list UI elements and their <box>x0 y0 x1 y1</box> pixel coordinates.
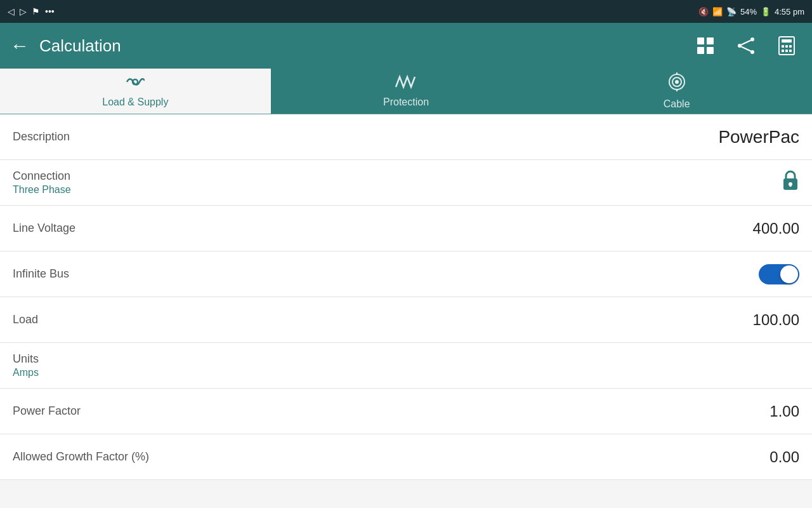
tab-load-supply[interactable]: Load & Supply <box>0 69 271 114</box>
target-icon <box>667 72 686 96</box>
infinite-bus-label: Infinite Bus <box>13 267 69 281</box>
svg-rect-2 <box>697 47 704 54</box>
svg-line-8 <box>742 47 751 51</box>
back-button[interactable]: ← <box>10 35 29 57</box>
description-value: PowerPac <box>718 127 799 147</box>
load-label: Load <box>13 313 38 326</box>
svg-point-17 <box>133 79 138 84</box>
connection-right <box>782 170 799 196</box>
power-factor-label: Power Factor <box>13 404 81 418</box>
line-voltage-right: 400.00 <box>753 220 799 237</box>
tab-load-supply-label: Load & Supply <box>102 97 168 108</box>
allowed-growth-left: Allowed Growth Factor (%) <box>13 450 149 464</box>
battery-icon: 🔋 <box>761 7 771 17</box>
power-factor-left: Power Factor <box>13 404 81 418</box>
connection-sublabel: Three Phase <box>13 184 71 196</box>
tab-bar: Load & Supply Protection Cable <box>0 69 812 114</box>
connection-row[interactable]: Connection Three Phase <box>0 160 812 206</box>
flag-icon: ⚑ <box>32 6 40 17</box>
units-row[interactable]: Units Amps <box>0 343 812 389</box>
page-title: Calculation <box>39 36 680 56</box>
svg-point-4 <box>750 37 754 41</box>
svg-rect-14 <box>782 50 784 52</box>
signal-icon: 📡 <box>726 7 737 17</box>
connection-left: Connection Three Phase <box>13 170 71 196</box>
tab-protection-label: Protection <box>383 97 429 108</box>
svg-point-20 <box>676 81 678 83</box>
allowed-growth-right: 0.00 <box>769 448 799 466</box>
load-row[interactable]: Load 100.00 <box>0 297 812 343</box>
allowed-growth-label: Allowed Growth Factor (%) <box>13 450 149 464</box>
time-display: 4:55 pm <box>775 7 804 17</box>
line-voltage-left: Line Voltage <box>13 222 75 235</box>
svg-rect-1 <box>707 37 714 44</box>
svg-rect-25 <box>790 184 792 187</box>
app-bar: ← Calculation <box>0 23 812 69</box>
svg-rect-10 <box>782 39 792 43</box>
svg-line-7 <box>742 41 751 45</box>
units-sublabel: Amps <box>13 367 39 378</box>
app-bar-actions <box>690 30 802 61</box>
svg-rect-3 <box>707 47 714 54</box>
wave-icon <box>126 74 145 94</box>
load-value: 100.00 <box>753 311 799 329</box>
play-icon: ▷ <box>20 6 27 17</box>
svg-point-6 <box>750 50 754 54</box>
svg-rect-11 <box>782 45 784 48</box>
line-voltage-label: Line Voltage <box>13 222 75 235</box>
battery-percent: 54% <box>740 7 757 17</box>
lock-icon <box>782 170 799 196</box>
description-right: PowerPac <box>718 127 799 147</box>
svg-rect-12 <box>785 45 788 48</box>
load-right: 100.00 <box>753 311 799 329</box>
content-area: Description PowerPac Connection Three Ph… <box>0 114 812 508</box>
power-factor-row[interactable]: Power Factor 1.00 <box>0 389 812 434</box>
status-bar: ◁ ▷ ⚑ ••• 🔇 📶 📡 54% 🔋 4:55 pm <box>0 0 812 23</box>
mute-icon: 🔇 <box>698 7 709 17</box>
svg-point-5 <box>738 44 742 48</box>
description-left: Description <box>13 130 70 144</box>
infinite-bus-left: Infinite Bus <box>13 267 69 281</box>
svg-rect-16 <box>789 50 792 52</box>
toggle-thumb <box>780 265 798 283</box>
calculator-button[interactable] <box>771 30 802 61</box>
infinite-bus-toggle[interactable] <box>759 264 799 284</box>
units-label: Units <box>13 352 39 366</box>
svg-rect-0 <box>697 37 704 44</box>
tab-cable[interactable]: Cable <box>541 69 812 114</box>
allowed-growth-row[interactable]: Allowed Growth Factor (%) 0.00 <box>0 434 812 480</box>
load-left: Load <box>13 313 38 326</box>
tab-cable-label: Cable <box>664 98 690 110</box>
status-bar-left: ◁ ▷ ⚑ ••• <box>8 6 55 17</box>
grid-view-button[interactable] <box>690 30 721 61</box>
line-voltage-value: 400.00 <box>753 220 799 237</box>
infinite-bus-row[interactable]: Infinite Bus <box>0 251 812 297</box>
svg-rect-15 <box>785 50 788 52</box>
share-button[interactable] <box>731 30 761 61</box>
units-left: Units Amps <box>13 352 39 378</box>
wifi-icon: 📶 <box>712 7 723 17</box>
tab-protection[interactable]: Protection <box>271 69 542 114</box>
power-factor-value: 1.00 <box>769 403 799 420</box>
svg-rect-13 <box>789 45 792 48</box>
description-row[interactable]: Description PowerPac <box>0 114 812 160</box>
notification-icon: ◁ <box>8 6 15 17</box>
power-factor-right: 1.00 <box>769 403 799 420</box>
description-label: Description <box>13 130 70 144</box>
status-bar-right: 🔇 📶 📡 54% 🔋 4:55 pm <box>698 7 804 17</box>
dots-icon: ••• <box>45 6 55 17</box>
connection-label: Connection <box>13 170 71 183</box>
zigzag-icon <box>395 74 417 94</box>
allowed-growth-value: 0.00 <box>769 448 799 466</box>
line-voltage-row[interactable]: Line Voltage 400.00 <box>0 206 812 251</box>
infinite-bus-right <box>759 264 799 284</box>
